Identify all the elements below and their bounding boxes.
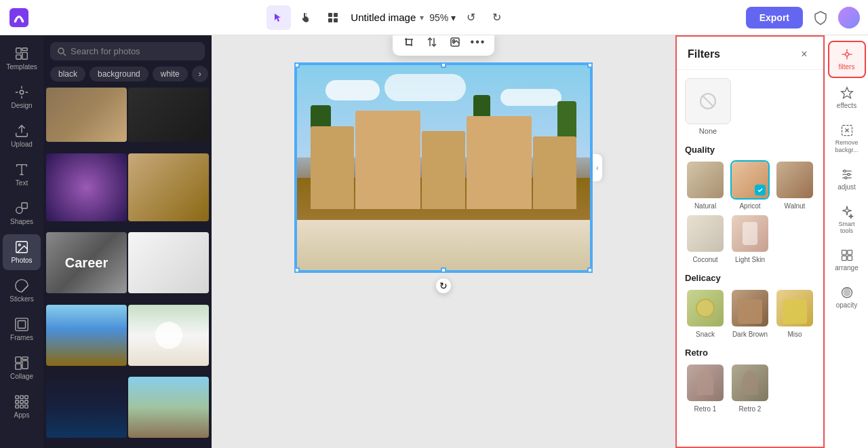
right-sidebar-arrange[interactable]: arrange	[828, 243, 866, 278]
right-sidebar-filters[interactable]: filters	[828, 41, 866, 78]
right-sidebar-adjust[interactable]: adjust	[828, 162, 866, 197]
search-bar[interactable]	[50, 42, 205, 60]
svg-rect-1	[328, 13, 332, 17]
export-button[interactable]: Export	[746, 7, 803, 29]
svg-rect-23	[16, 396, 19, 399]
tag-background[interactable]: background	[90, 67, 149, 81]
right-sidebar-remove-bg[interactable]: Removebackgr...	[828, 118, 866, 160]
filter-none[interactable]: None	[685, 78, 731, 135]
svg-rect-4	[334, 18, 338, 22]
undo-redo-group: ↺ ↻	[458, 5, 509, 30]
sidebar-item-upload[interactable]: Upload	[3, 118, 41, 154]
filter-apricot-thumb	[730, 160, 770, 200]
more-options-button[interactable]: •••	[467, 35, 489, 53]
sidebar-item-shapes[interactable]: Shapes	[3, 195, 41, 231]
redo-button[interactable]: ↻	[484, 5, 509, 30]
photo-item-6[interactable]	[128, 232, 209, 293]
sidebar-item-templates[interactable]: Templates	[3, 41, 41, 77]
quality-filter-grid: Natural Apricot	[685, 160, 815, 263]
filter-light-skin[interactable]: Light Skin	[730, 214, 770, 263]
filter-apricot[interactable]: Apricot	[730, 160, 770, 210]
svg-rect-8	[16, 55, 21, 59]
more-icon: •••	[471, 36, 486, 48]
flip-button[interactable]	[421, 35, 443, 53]
svg-rect-7	[22, 52, 27, 59]
photo-item-5[interactable]: Career	[46, 232, 127, 293]
filter-dark-brown[interactable]: Dark Brown	[730, 288, 770, 338]
right-sidebar-smart-tools-label: Smarttools	[838, 221, 854, 236]
svg-rect-27	[20, 400, 24, 404]
svg-rect-19	[16, 357, 21, 362]
canvas-area: Page 1	[212, 35, 675, 448]
topbar: Untitled image ▾ 95% ▾ ↺ ↻ Export	[0, 0, 868, 35]
filter-snack[interactable]: Snack	[685, 288, 726, 338]
rotate-handle[interactable]: ↻	[436, 278, 451, 293]
filter-natural[interactable]: Natural	[685, 160, 726, 210]
photo-item-7[interactable]	[46, 305, 127, 366]
select-tool[interactable]	[267, 5, 291, 30]
topbar-tools	[267, 5, 345, 30]
photo-item-9[interactable]	[46, 377, 127, 438]
filter-miso[interactable]: Miso	[774, 288, 815, 338]
sidebar-item-collage[interactable]: Collage	[3, 350, 41, 386]
zoom-control[interactable]: 95% ▾	[429, 12, 456, 23]
svg-rect-25	[25, 396, 28, 399]
right-sidebar-smart-tools[interactable]: Smarttools	[828, 200, 866, 241]
photo-item-3[interactable]	[46, 153, 127, 221]
filter-retro2[interactable]: Retro 2	[730, 363, 770, 413]
svg-rect-49	[847, 250, 852, 255]
svg-rect-3	[328, 18, 332, 22]
right-sidebar-opacity[interactable]: opacity	[828, 280, 866, 315]
sidebar-item-photos[interactable]: Photos	[3, 234, 41, 270]
topbar-doc-title[interactable]: Untitled image ▾	[351, 12, 424, 23]
replace-button[interactable]	[444, 35, 466, 53]
filters-title: Filters	[688, 48, 720, 60]
canvas-image[interactable]	[294, 62, 593, 273]
sidebar-item-text[interactable]: Text	[3, 157, 41, 193]
photo-item-2[interactable]	[128, 88, 209, 142]
panel-collapse-handle[interactable]: ‹	[593, 154, 602, 181]
right-sidebar-effects[interactable]: effects	[828, 81, 866, 115]
filters-close-button[interactable]: ×	[796, 46, 812, 62]
photo-item-4[interactable]	[128, 153, 209, 221]
crop-button[interactable]	[398, 35, 420, 53]
undo-button[interactable]: ↺	[458, 5, 483, 30]
filter-walnut[interactable]: Walnut	[774, 160, 815, 210]
photo-item-1[interactable]	[46, 88, 127, 142]
filter-retro1-label: Retro 1	[694, 405, 717, 413]
filter-coconut[interactable]: Coconut	[685, 214, 726, 263]
user-avatar[interactable]	[838, 7, 860, 29]
tag-black[interactable]: black	[50, 67, 85, 81]
tag-white[interactable]: white	[153, 67, 188, 81]
filter-retro1[interactable]: Retro 1	[685, 363, 726, 413]
right-sidebar-adjust-label: adjust	[837, 183, 856, 191]
sidebar-item-frames[interactable]: Frames	[3, 312, 41, 348]
canva-logo[interactable]	[8, 7, 30, 29]
filter-miso-label: Miso	[787, 331, 802, 338]
filter-retro1-thumb	[686, 363, 725, 403]
sidebar-label-photos: Photos	[11, 257, 32, 265]
shield-icon[interactable]	[810, 7, 831, 29]
filter-dark-brown-label: Dark Brown	[732, 331, 768, 338]
svg-rect-17	[16, 318, 28, 331]
layout-tool[interactable]	[321, 5, 345, 30]
svg-line-38	[703, 96, 713, 107]
sidebar-item-design[interactable]: Design	[3, 79, 41, 115]
left-panel: black background white › Career	[43, 35, 212, 448]
tag-scroll-right[interactable]: ›	[192, 66, 208, 82]
filter-none-label: None	[699, 127, 717, 135]
filter-miso-thumb	[775, 288, 814, 328]
sidebar-icons: Templates Design Upload	[0, 35, 43, 448]
filter-natural-thumb	[686, 160, 725, 200]
filter-light-skin-label: Light Skin	[735, 256, 765, 263]
sidebar-item-stickers[interactable]: Stickers	[3, 273, 41, 309]
sidebar-item-apps[interactable]: Apps	[3, 389, 41, 425]
right-sidebar-opacity-label: opacity	[836, 301, 858, 310]
section-retro-title: Retro	[685, 348, 815, 358]
photo-item-8[interactable]	[128, 305, 209, 366]
topbar-center: Untitled image ▾ 95% ▾ ↺ ↻	[37, 5, 739, 30]
pan-tool[interactable]	[294, 5, 318, 30]
search-input[interactable]	[71, 46, 198, 56]
right-sidebar: filters effects Removebackgr...	[825, 35, 868, 448]
photo-item-10[interactable]	[128, 377, 209, 438]
